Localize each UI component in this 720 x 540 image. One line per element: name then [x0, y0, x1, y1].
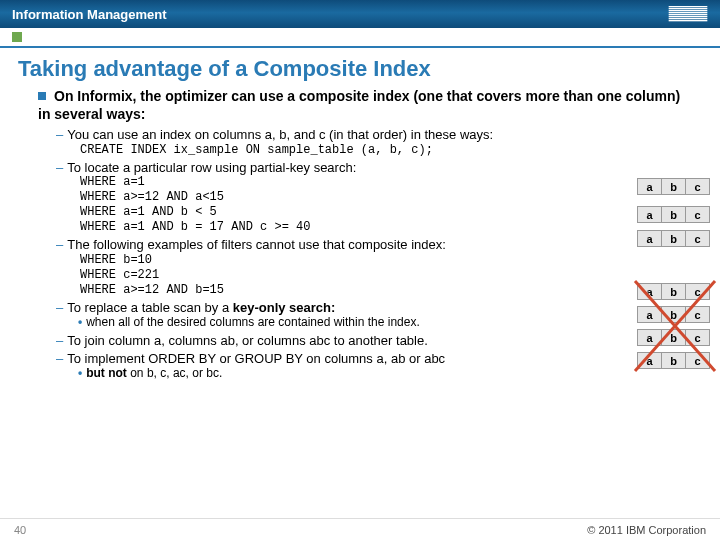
col-b: b	[662, 284, 686, 300]
sub1-text: You can use an index on columns a, b, an…	[67, 127, 493, 142]
code-block-2: WHERE a=1 WHERE a>=12 AND a<15 WHERE a=1…	[80, 175, 694, 235]
col-c: c	[686, 284, 710, 300]
abc-table-x3: abc	[637, 329, 710, 346]
col-a: a	[638, 353, 662, 369]
col-b: b	[662, 330, 686, 346]
sub-bullet-2: –To locate a particular row using partia…	[56, 160, 694, 176]
svg-rect-7	[669, 20, 708, 21]
header-brand: Information Management	[12, 7, 167, 22]
code-block-1: CREATE INDEX ix_sample ON sample_table (…	[80, 143, 694, 158]
sub4-bullet-text: when all of the desired columns are cont…	[86, 315, 420, 329]
col-a: a	[638, 330, 662, 346]
topic-marker-icon	[12, 32, 22, 42]
abc-table-x4: abc	[637, 352, 710, 369]
col-b: b	[662, 231, 686, 247]
col-c: c	[686, 179, 710, 195]
svg-rect-4	[669, 14, 708, 15]
sub2-text: To locate a particular row using partial…	[67, 160, 356, 175]
col-c: c	[686, 231, 710, 247]
page-title: Taking advantage of a Composite Index	[0, 48, 720, 88]
col-a: a	[638, 284, 662, 300]
bullet-main-text: On Informix, the optimizer can use a com…	[38, 88, 680, 122]
col-a: a	[638, 207, 662, 223]
sub-bullet-5: –To join column a, columns ab, or column…	[56, 333, 694, 349]
sub-bullet-4: –To replace a table scan by a key-only s…	[56, 300, 694, 316]
col-c: c	[686, 207, 710, 223]
sub6-bullet-strong: but not	[86, 366, 127, 380]
svg-rect-0	[669, 6, 708, 7]
svg-rect-5	[669, 16, 708, 17]
abc-table-x1: abc	[637, 283, 710, 300]
sub4-strong: key-only search:	[233, 300, 336, 315]
sub4-detail: •when all of the desired columns are con…	[78, 315, 694, 331]
svg-rect-2	[669, 10, 708, 11]
sub4-pre: To replace a table scan by a	[67, 300, 233, 315]
col-b: b	[662, 179, 686, 195]
header-bar: Information Management	[0, 0, 720, 28]
col-b: b	[662, 353, 686, 369]
col-c: c	[686, 330, 710, 346]
crossed-tables: abc abc abc abc	[637, 283, 710, 369]
col-b: b	[662, 207, 686, 223]
sub-bullet-3: –The following examples of filters canno…	[56, 237, 694, 253]
sub6-text: To implement ORDER BY or GROUP BY on col…	[67, 351, 445, 366]
col-c: c	[686, 307, 710, 323]
col-a: a	[638, 307, 662, 323]
sub6-bullet-post: on b, c, ac, or bc.	[127, 366, 222, 380]
svg-rect-6	[669, 18, 708, 19]
sub6-detail: •but not on b, c, ac, or bc.	[78, 366, 694, 382]
bullet-main: On Informix, the optimizer can use a com…	[38, 88, 694, 123]
code-block-3: WHERE b=10 WHERE c=221 WHERE a>=12 AND b…	[80, 253, 694, 298]
bullet-square-icon	[38, 92, 46, 100]
col-c: c	[686, 353, 710, 369]
sub5-text: To join column a, columns ab, or columns…	[67, 333, 428, 348]
ibm-logo	[668, 6, 708, 22]
col-a: a	[638, 231, 662, 247]
sub3-text: The following examples of filters cannot…	[67, 237, 446, 252]
col-b: b	[662, 307, 686, 323]
abc-table-1: abc	[637, 178, 710, 195]
content-area: On Informix, the optimizer can use a com…	[0, 88, 720, 382]
abc-table-2: abc	[637, 206, 710, 223]
svg-rect-1	[669, 8, 708, 9]
sub-bullet-6: –To implement ORDER BY or GROUP BY on co…	[56, 351, 694, 367]
sub-bullet-1: –You can use an index on columns a, b, a…	[56, 127, 694, 143]
topic-bar	[0, 28, 720, 48]
svg-rect-3	[669, 12, 708, 13]
col-a: a	[638, 179, 662, 195]
abc-table-x2: abc	[637, 306, 710, 323]
abc-table-3: abc	[637, 230, 710, 247]
page-number: 40	[14, 524, 26, 536]
footer: 40 © 2011 IBM Corporation	[0, 518, 720, 540]
copyright: © 2011 IBM Corporation	[587, 524, 706, 536]
